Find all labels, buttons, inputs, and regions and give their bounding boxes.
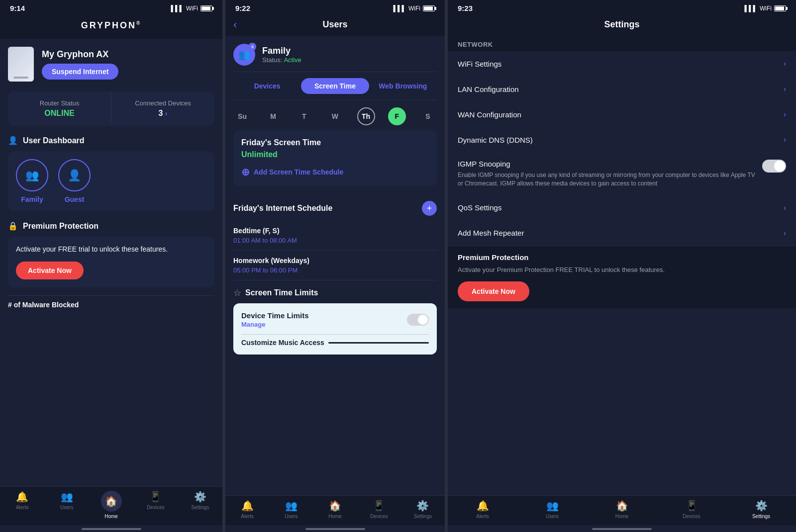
screen-limits-title: Screen Time Limits <box>245 288 318 297</box>
schedule-bedtime-time: 01:00 AM to 08:00 AM <box>233 237 437 244</box>
users-group-icon-2: 👥 <box>285 500 298 512</box>
nav-devices-3[interactable]: 📱 Devices <box>657 500 726 519</box>
main-content-3: Network WiFi Settings › LAN Configuratio… <box>448 36 796 495</box>
router-status-card: Router Status ONLINE Connected Devices 3… <box>8 91 214 126</box>
nav-home-3[interactable]: 🏠 Home <box>587 500 657 519</box>
chevron-right-icon: › <box>165 109 168 117</box>
activate-now-button-1[interactable]: Activate Now <box>16 262 84 279</box>
device-time-limits-row: Device Time Limits Manage <box>241 311 429 328</box>
nav-devices-1[interactable]: 📱 Devices <box>133 491 178 519</box>
nav-users-label-2: Users <box>285 514 298 519</box>
battery-icon-2 <box>423 5 435 11</box>
premium-section-3: Premium Protection Activate your Premium… <box>448 246 796 308</box>
nav-alerts-1[interactable]: 🔔 Alerts <box>0 491 44 519</box>
mesh-repeater-item[interactable]: Add Mesh Repeater › <box>448 221 796 246</box>
device-name: My Gryphon AX <box>42 49 118 60</box>
nav-home-1[interactable]: 🏠 Home <box>89 491 133 519</box>
guest-user-avatar[interactable]: 👤 Guest <box>58 159 91 203</box>
lan-config-item[interactable]: LAN Configuration › <box>448 77 796 102</box>
day-th[interactable]: Th <box>357 107 375 125</box>
screen-time-card: Friday's Screen Time Unlimited ⊕ Add Scr… <box>233 130 437 186</box>
family-user-avatar[interactable]: 👥 Family <box>16 159 48 203</box>
nav-users-2[interactable]: 👥 Users <box>269 500 313 519</box>
nav-home-2[interactable]: 🏠 Home <box>313 500 357 519</box>
schedule-homework-time: 05:00 PM to 06:00 PM <box>233 266 437 274</box>
nav-settings-2[interactable]: ⚙️ Settings <box>401 500 445 519</box>
status-bar-3: 9:23 ▌▌▌ WiFi <box>448 0 796 14</box>
internet-schedule-title: Friday's Internet Schedule <box>233 204 332 213</box>
nav-alerts-3[interactable]: 🔔 Alerts <box>448 500 517 519</box>
home-icon: 🏠 <box>105 495 117 507</box>
phone-1: 9:14 ▌▌▌ WiFi GRYPHON® My Gryphon AX Sus… <box>0 0 222 532</box>
divider <box>241 334 429 335</box>
igmp-snooping-toggle[interactable] <box>762 160 786 173</box>
nav-home-label-1: Home <box>104 514 118 519</box>
nav-devices-2[interactable]: 📱 Devices <box>357 500 401 519</box>
igmp-snooping-row: IGMP Snooping Enable IGMP snooping if yo… <box>448 153 796 195</box>
wifi-settings-item[interactable]: WiFi Settings › <box>448 51 796 77</box>
schedule-bedtime: Bedtime (F, S) 01:00 AM to 08:00 AM <box>233 221 437 251</box>
back-button[interactable]: ‹ <box>233 18 237 31</box>
day-su[interactable]: Su <box>233 107 251 125</box>
wan-config-item[interactable]: WAN Configuration › <box>448 102 796 127</box>
home-circle: 🏠 <box>101 491 122 512</box>
home-icon-2: 🏠 <box>329 500 341 512</box>
day-s[interactable]: S <box>419 107 437 125</box>
wifi-icon-3: WiFi <box>760 5 772 12</box>
qos-settings-item[interactable]: QoS Settings › <box>448 195 796 221</box>
device-time-limits-toggle[interactable] <box>407 314 429 326</box>
tab-screen-time[interactable]: Screen Time <box>301 78 369 94</box>
devices-icon: 📱 <box>149 491 162 503</box>
day-t[interactable]: T <box>295 107 313 125</box>
family-users-icon: 👥 <box>238 49 251 61</box>
nav-alerts-2[interactable]: 🔔 Alerts <box>225 500 269 519</box>
nav-users-1[interactable]: 👥 Users <box>44 491 89 519</box>
ddns-item[interactable]: Dynamic DNS (DDNS) › <box>448 127 796 153</box>
wifi-settings-label: WiFi Settings <box>458 60 501 68</box>
nav-settings-3[interactable]: ⚙️ Settings <box>726 500 796 519</box>
users-group-icon: 👥 <box>61 491 73 503</box>
igmp-snooping-desc: Enable IGMP snooping if you use any kind… <box>458 171 756 188</box>
family-header: 👥 ⏸ Family Status: Active <box>233 36 437 72</box>
settings-gear-icon-1: ⚙️ <box>194 491 206 503</box>
status-bar-1: 9:14 ▌▌▌ WiFi <box>0 0 222 14</box>
igmp-snooping-label: IGMP Snooping <box>458 160 756 168</box>
phone-3: 9:23 ▌▌▌ WiFi Settings Network WiFi Sett… <box>445 0 796 532</box>
screen-time-value: Unlimited <box>241 150 429 159</box>
battery-icon <box>200 5 212 11</box>
alerts-bell-icon-2: 🔔 <box>241 500 254 512</box>
connected-devices-half[interactable]: Connected Devices 3 › <box>111 91 214 126</box>
network-section-title: Network <box>448 36 796 51</box>
premium-desc-3: Activate your Premium Protection FREE TR… <box>458 266 786 274</box>
tab-devices[interactable]: Devices <box>233 78 301 94</box>
settings-gear-icon-2: ⚙️ <box>416 500 429 512</box>
bottom-nav-3: 🔔 Alerts 👥 Users 🏠 Home 📱 Devices ⚙️ Set… <box>448 495 796 525</box>
page-header-2: ‹ Users <box>225 14 445 36</box>
premium-title-row: 🔒 Premium Protection <box>8 221 214 231</box>
customize-bar <box>328 342 429 344</box>
nav-settings-label-3: Settings <box>752 514 770 519</box>
device-info: My Gryphon AX Suspend Internet <box>42 49 118 80</box>
day-w[interactable]: W <box>326 107 344 125</box>
add-schedule-button[interactable]: + <box>422 201 437 216</box>
nav-home-label-3: Home <box>615 514 629 519</box>
devices-icon-2: 📱 <box>373 500 385 512</box>
add-screen-time-schedule-button[interactable]: ⊕ Add Screen Time Schedule <box>241 166 429 178</box>
tab-web-browsing[interactable]: Web Browsing <box>369 78 437 94</box>
home-indicator-3 <box>592 528 652 530</box>
limits-card: Device Time Limits Manage Customize Musi… <box>233 303 437 355</box>
settings-gear-icon-3: ⚙️ <box>755 500 768 512</box>
manage-link[interactable]: Manage <box>241 321 309 328</box>
day-f[interactable]: F <box>388 107 406 125</box>
qos-settings-chevron: › <box>784 203 786 212</box>
nav-users-3[interactable]: 👥 Users <box>517 500 587 519</box>
nav-settings-label-1: Settings <box>191 505 209 510</box>
nav-settings-label-2: Settings <box>414 514 432 519</box>
day-m[interactable]: M <box>264 107 282 125</box>
activate-now-button-3[interactable]: Activate Now <box>458 281 529 301</box>
status-time-2: 9:22 <box>235 4 250 12</box>
app-header-1: GRYPHON® <box>0 14 222 39</box>
router-status-half: Router Status ONLINE <box>8 91 111 126</box>
nav-settings-1[interactable]: ⚙️ Settings <box>178 491 222 519</box>
suspend-internet-button[interactable]: Suspend Internet <box>42 64 118 80</box>
